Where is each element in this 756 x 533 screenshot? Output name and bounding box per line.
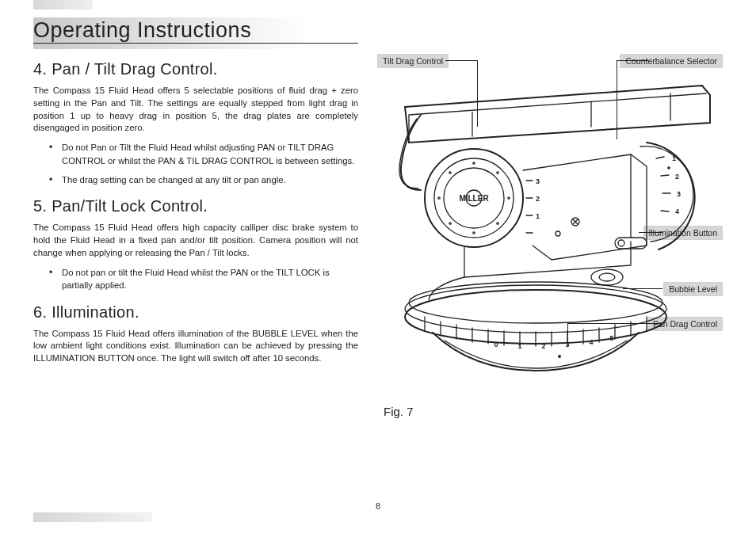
section-para-5: The Compass 15 Fluid Head offers high ca… [33,222,358,259]
svg-text:2: 2 [675,173,679,181]
svg-point-60 [558,355,561,358]
section-heading-5: 5. Pan/Tilt Lock Control. [33,197,358,215]
section-heading-4: 4. Pan / Tilt Drag Control. [33,60,358,78]
top-tab [33,0,93,10]
svg-point-5 [497,172,498,173]
figure-7: Tilt Drag Control Counterbalance Selecto… [377,17,723,429]
svg-point-10 [438,197,440,199]
section-para-6: The Compass 15 Fluid Head offers illumin… [33,328,358,365]
page-title: Operating Instructions [33,17,358,44]
section-para-4: The Compass 15 Fluid Head offers 5 selec… [33,85,358,135]
svg-text:4: 4 [675,207,679,215]
svg-line-23 [656,157,664,158]
svg-line-26 [661,211,669,211]
svg-text:5: 5 [609,334,613,342]
svg-text:3: 3 [565,341,569,348]
svg-point-33 [618,240,624,246]
figure-caption: Fig. 7 [384,405,414,418]
svg-point-20 [556,231,560,236]
bullet-item: Do not pan or tilt the Fluid Head whilst… [49,266,358,292]
svg-point-9 [449,223,451,224]
bullet-item: The drag setting can be changed at any t… [49,173,358,186]
svg-point-38 [409,282,662,323]
svg-text:2: 2 [541,342,545,350]
svg-point-35 [599,273,615,281]
svg-point-4 [473,162,475,164]
svg-line-24 [661,175,669,176]
svg-point-11 [449,172,451,173]
bottom-tab [33,512,152,522]
svg-text:1: 1 [536,212,540,220]
svg-point-7 [497,223,498,224]
svg-text:3: 3 [536,177,540,185]
section-heading-6: 6. Illumination. [33,303,358,322]
svg-text:2: 2 [536,195,540,203]
svg-text:3: 3 [677,190,681,198]
page-number: 8 [376,501,380,511]
svg-text:1: 1 [672,154,676,162]
fluid-head-diagram: .ln{fill:none;stroke:#222;stroke-width:1… [377,79,726,372]
svg-text:1: 1 [517,342,521,350]
svg-point-37 [405,285,666,333]
svg-text:4: 4 [589,338,593,346]
callout-tilt-drag: Tilt Drag Control [377,54,449,68]
callout-counterbalance: Counterbalance Selector [620,54,723,68]
bullet-item: Do not Pan or Tilt the Fluid Head whilst… [49,141,358,167]
brand-label: MILLER [459,194,489,203]
title-bar: Operating Instructions [33,17,358,49]
svg-point-8 [473,232,475,234]
svg-point-6 [508,197,510,199]
svg-point-31 [667,166,670,169]
svg-text:0: 0 [494,341,498,348]
svg-point-34 [591,269,623,285]
